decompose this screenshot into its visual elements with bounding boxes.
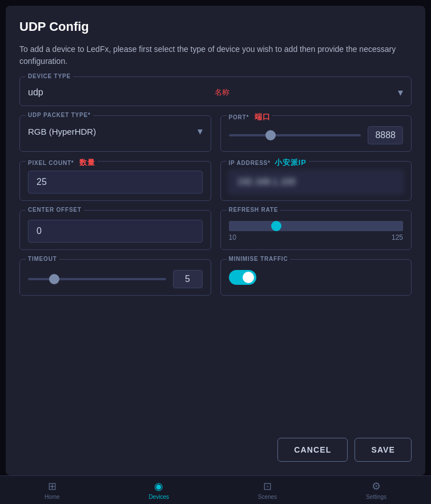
timeout-slider[interactable] <box>28 278 166 280</box>
dialog-title: UDP Config <box>19 19 412 34</box>
devices-icon: ◉ <box>154 480 163 493</box>
minimise-traffic-label: MINIMISE TRAFFIC <box>227 256 291 262</box>
refresh-rate-field: REFRESH RATE 10 125 <box>220 210 412 250</box>
row-timeout-traffic: TIMEOUT 5 MINIMISE TRAFFIC <box>19 259 412 296</box>
timeout-value-box: 5 <box>173 270 203 288</box>
device-type-field: DEVICE TYPE udp 名称 ▾ <box>19 76 412 106</box>
toggle-wrapper <box>229 270 404 285</box>
nav-label-scenes: Scenes <box>258 494 277 500</box>
port-field: PORT* 端口 8888 <box>220 115 412 152</box>
port-value-box: 8888 <box>368 126 403 144</box>
udp-packet-type-label: UDP PACKET TYPE* <box>26 112 93 118</box>
minimise-traffic-toggle[interactable] <box>229 270 256 285</box>
row-pixel-ip: PIXEL COUNT* 数量 IP ADDRESS* 小安派IP <box>19 161 412 201</box>
dialog-description: To add a device to LedFx, please first s… <box>19 43 412 67</box>
toggle-thumb <box>243 272 254 283</box>
timeout-label: TIMEOUT <box>26 256 59 262</box>
udp-packet-type-select-wrapper[interactable]: RGB (HyperHDR) ▾ <box>28 125 203 138</box>
nav-label-devices: Devices <box>148 494 169 500</box>
udp-packet-type-value: RGB (HyperHDR) <box>28 127 96 136</box>
udp-config-dialog: UDP Config To add a device to LedFx, ple… <box>6 6 425 475</box>
port-slider[interactable] <box>229 134 361 136</box>
center-offset-input[interactable] <box>28 220 203 243</box>
center-offset-field: CENTER OFFSET <box>19 210 211 250</box>
pixel-count-annotation: 数量 <box>79 158 95 167</box>
ip-address-label: IP ADDRESS* 小安派IP <box>227 158 309 168</box>
nav-item-devices[interactable]: ◉ Devices <box>148 480 169 500</box>
minimise-traffic-field: MINIMISE TRAFFIC <box>220 259 412 296</box>
nav-label-settings: Settings <box>366 494 386 500</box>
home-icon: ⊞ <box>48 480 57 493</box>
settings-icon: ⚙ <box>372 480 381 493</box>
row-udp-port: UDP PACKET TYPE* RGB (HyperHDR) ▾ PORT* … <box>19 115 412 152</box>
ip-address-field: IP ADDRESS* 小安派IP <box>220 161 412 201</box>
port-slider-container: 8888 <box>229 126 404 144</box>
row-offset-refresh: CENTER OFFSET REFRESH RATE 10 125 <box>19 210 412 250</box>
ip-address-annotation: 小安派IP <box>275 158 306 167</box>
timeout-field: TIMEOUT 5 <box>19 259 211 296</box>
chevron-down-icon-udp[interactable]: ▾ <box>198 125 203 138</box>
dialog-actions: CANCEL SAVE <box>19 433 412 462</box>
device-type-label: DEVICE TYPE <box>26 73 73 79</box>
center-offset-label: CENTER OFFSET <box>26 207 84 213</box>
save-button[interactable]: SAVE <box>355 438 412 462</box>
ip-address-input[interactable] <box>229 171 404 193</box>
timeout-slider-container: 5 <box>28 270 203 288</box>
nav-label-home: Home <box>45 494 60 500</box>
device-type-select-wrapper: udp 名称 ▾ <box>28 86 403 99</box>
refresh-rate-max: 125 <box>392 233 403 241</box>
nav-item-settings[interactable]: ⚙ Settings <box>366 480 386 500</box>
refresh-rate-min: 10 <box>229 233 236 241</box>
refresh-rate-label: REFRESH RATE <box>227 207 281 213</box>
pixel-count-field: PIXEL COUNT* 数量 <box>19 161 211 201</box>
cancel-button[interactable]: CANCEL <box>277 438 348 462</box>
nav-item-scenes[interactable]: ⊡ Scenes <box>258 480 277 500</box>
port-annotation: 端口 <box>255 112 271 121</box>
nav-item-home[interactable]: ⊞ Home <box>45 480 60 500</box>
bottom-nav: ⊞ Home ◉ Devices ⊡ Scenes ⚙ Settings <box>0 475 431 504</box>
refresh-rate-slider-area: 10 125 <box>229 215 404 241</box>
chevron-down-icon[interactable]: ▾ <box>398 86 403 99</box>
scenes-icon: ⊡ <box>263 480 272 493</box>
device-type-value: udp <box>28 87 43 98</box>
pixel-count-label: PIXEL COUNT* 数量 <box>26 158 98 168</box>
udp-packet-type-field: UDP PACKET TYPE* RGB (HyperHDR) ▾ <box>19 115 211 152</box>
device-type-annotation: 名称 <box>215 87 229 98</box>
pixel-count-input[interactable] <box>28 171 203 193</box>
refresh-rate-slider[interactable] <box>229 221 404 231</box>
port-label: PORT* 端口 <box>227 112 273 122</box>
refresh-rate-range: 10 125 <box>229 233 404 241</box>
port-slider-wrapper: 8888 <box>229 120 404 144</box>
toggle-track <box>229 270 256 285</box>
